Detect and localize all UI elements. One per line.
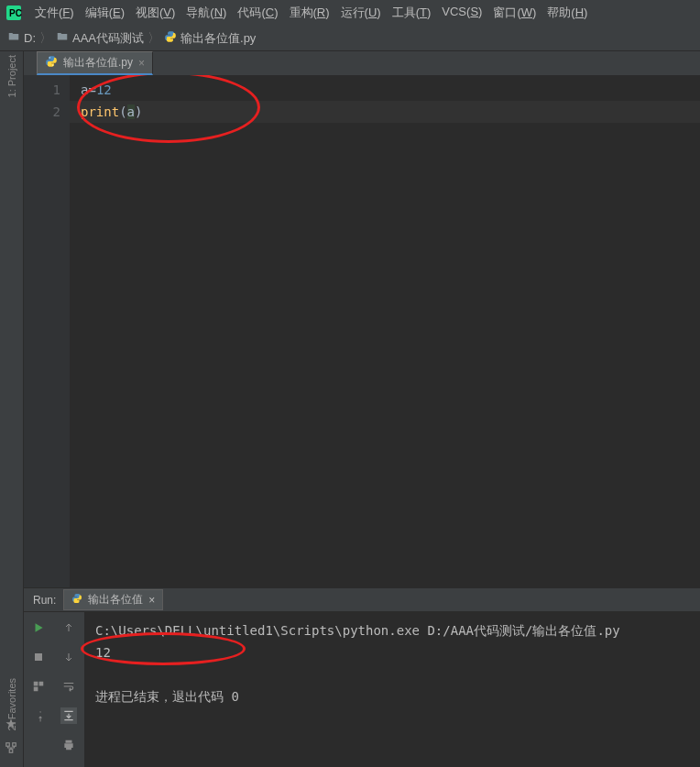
layout-icon[interactable]: [30, 678, 47, 695]
breadcrumb-label: 输出各位值.py: [180, 30, 256, 47]
svg-rect-11: [34, 687, 38, 692]
run-tool-window: Run: 输出各位值 ×: [24, 587, 700, 767]
folder-icon: [7, 30, 20, 46]
soft-wrap-icon[interactable]: [60, 678, 77, 695]
editor-gutter: 12: [24, 75, 70, 587]
code-line[interactable]: print(a): [70, 101, 700, 123]
left-tool-strip: 1: Project 2: Favorites: [0, 51, 24, 767]
pycharm-icon: PC: [4, 3, 24, 23]
output-line: [95, 663, 689, 685]
run-output[interactable]: C:\Users\DELL\untitled1\Scripts\python.e…: [84, 612, 700, 767]
menu-item[interactable]: 导航(N): [180, 3, 232, 23]
breadcrumb-label: D:: [24, 31, 36, 45]
editor-tab-bar: 输出各位值.py ×: [24, 51, 700, 75]
menu-item[interactable]: 代码(C): [232, 3, 283, 23]
run-header-label: Run:: [33, 594, 56, 607]
close-run-tab-icon[interactable]: ×: [148, 594, 155, 607]
up-arrow-icon[interactable]: [60, 619, 77, 636]
svg-rect-10: [39, 682, 44, 686]
menu-item[interactable]: 帮助(H): [541, 3, 593, 23]
breadcrumb-separator-icon: 〉: [39, 30, 52, 47]
svg-text:PC: PC: [9, 8, 22, 18]
breadcrumb-item[interactable]: 输出各位值.py: [164, 30, 256, 47]
run-tab[interactable]: 输出各位值 ×: [63, 589, 163, 610]
structure-icon[interactable]: [5, 741, 19, 756]
editor[interactable]: 12 a=12print(a): [24, 75, 700, 587]
run-side-toolbar-right: [53, 612, 84, 767]
run-header: Run: 输出各位值 ×: [24, 588, 700, 612]
scroll-to-end-icon[interactable]: [60, 707, 77, 724]
stop-icon[interactable]: [30, 649, 47, 665]
breadcrumb: D:〉AAA代码测试〉输出各位值.py: [0, 26, 700, 51]
svg-rect-5: [9, 750, 13, 753]
breadcrumb-label: AAA代码测试: [72, 30, 144, 47]
output-line: C:\Users\DELL\untitled1\Scripts\python.e…: [95, 619, 689, 641]
menu-item[interactable]: 运行(U): [335, 3, 387, 23]
favorites-star-icon[interactable]: [5, 718, 19, 732]
menu-item[interactable]: 窗口(W): [487, 3, 541, 23]
python-file-icon: [71, 593, 82, 607]
breadcrumb-item[interactable]: AAA代码测试: [56, 30, 144, 47]
breadcrumb-item[interactable]: D:: [7, 30, 36, 46]
menu-bar: PC 文件(F)编辑(E)视图(V)导航(N)代码(C)重构(R)运行(U)工具…: [0, 0, 700, 26]
editor-tab[interactable]: 输出各位值.py ×: [37, 51, 153, 75]
editor-tab-label: 输出各位值.py: [63, 55, 133, 71]
menu-item[interactable]: 文件(F): [29, 3, 80, 23]
svg-rect-3: [5, 743, 9, 747]
output-line: 12: [95, 641, 689, 663]
svg-point-6: [49, 57, 50, 58]
svg-rect-9: [34, 682, 38, 686]
close-tab-icon[interactable]: ×: [138, 57, 145, 70]
menu-item[interactable]: 视图(V): [130, 3, 180, 23]
run-tab-label: 输出各位值: [88, 592, 143, 608]
menu-item[interactable]: 编辑(E): [80, 3, 130, 23]
down-arrow-icon[interactable]: [60, 649, 77, 665]
menu-item[interactable]: 重构(R): [284, 3, 335, 23]
python-file-icon: [164, 30, 177, 46]
svg-rect-4: [12, 743, 16, 747]
svg-rect-8: [35, 653, 42, 661]
line-number: 2: [27, 101, 60, 123]
output-line: 进程已结束，退出代码 0: [95, 685, 689, 707]
folder-icon: [56, 30, 69, 46]
rerun-icon[interactable]: [30, 619, 47, 636]
run-side-toolbar-left: [24, 612, 53, 767]
python-file-icon: [45, 55, 58, 71]
menu-item[interactable]: VCS(S): [436, 3, 487, 23]
pin-icon[interactable]: [30, 707, 47, 724]
menu-item[interactable]: 工具(T): [387, 3, 437, 23]
print-icon[interactable]: [60, 737, 77, 753]
breadcrumb-separator-icon: 〉: [148, 30, 160, 47]
svg-point-7: [52, 65, 53, 66]
code-line[interactable]: a=12: [77, 79, 700, 101]
project-tool-label[interactable]: 1: Project: [6, 55, 17, 97]
line-number: 1: [27, 79, 60, 101]
editor-body[interactable]: a=12print(a): [70, 75, 700, 587]
